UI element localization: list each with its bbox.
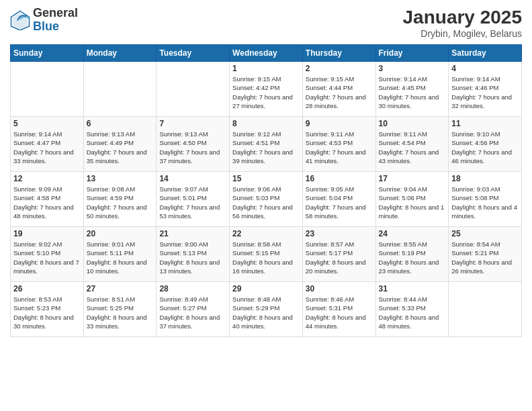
weekday-header-sunday: Sunday bbox=[11, 45, 84, 62]
logo-general-text: General bbox=[33, 6, 78, 19]
logo-blue-text: Blue bbox=[33, 19, 59, 33]
calendar-cell: 27Sunrise: 8:51 AM Sunset: 5:25 PM Dayli… bbox=[83, 282, 157, 337]
day-info: Sunrise: 8:57 AM Sunset: 5:17 PM Dayligh… bbox=[306, 240, 373, 275]
day-number: 2 bbox=[306, 64, 373, 73]
logo-text-block: General Blue bbox=[33, 7, 78, 34]
day-info: Sunrise: 8:49 AM Sunset: 5:27 PM Dayligh… bbox=[159, 295, 226, 330]
calendar-cell: 13Sunrise: 9:08 AM Sunset: 4:59 PM Dayli… bbox=[83, 172, 157, 227]
day-info: Sunrise: 9:03 AM Sunset: 5:08 PM Dayligh… bbox=[451, 185, 519, 220]
calendar-cell: 9Sunrise: 9:11 AM Sunset: 4:53 PM Daylig… bbox=[302, 117, 375, 172]
day-number: 5 bbox=[13, 119, 81, 128]
calendar-cell bbox=[83, 62, 157, 117]
title-block: January 2025 Drybin, Mogilev, Belarus bbox=[403, 7, 522, 39]
day-info: Sunrise: 8:55 AM Sunset: 5:19 PM Dayligh… bbox=[379, 240, 446, 275]
weekday-header-saturday: Saturday bbox=[449, 45, 522, 62]
page-container: General Blue January 2025 Drybin, Mogile… bbox=[0, 0, 532, 411]
calendar-week-5: 26Sunrise: 8:53 AM Sunset: 5:23 PM Dayli… bbox=[11, 282, 522, 337]
day-number: 7 bbox=[159, 119, 226, 128]
day-number: 12 bbox=[13, 174, 81, 183]
day-info: Sunrise: 9:10 AM Sunset: 4:56 PM Dayligh… bbox=[451, 130, 519, 165]
day-info: Sunrise: 9:14 AM Sunset: 4:45 PM Dayligh… bbox=[379, 75, 446, 110]
day-number: 17 bbox=[379, 174, 446, 183]
calendar-cell: 30Sunrise: 8:46 AM Sunset: 5:31 PM Dayli… bbox=[302, 282, 375, 337]
header: General Blue January 2025 Drybin, Mogile… bbox=[10, 7, 522, 39]
day-info: Sunrise: 9:04 AM Sunset: 5:06 PM Dayligh… bbox=[379, 185, 446, 220]
day-number: 1 bbox=[232, 64, 300, 73]
calendar-cell: 28Sunrise: 8:49 AM Sunset: 5:27 PM Dayli… bbox=[157, 282, 230, 337]
day-info: Sunrise: 9:14 AM Sunset: 4:46 PM Dayligh… bbox=[451, 75, 519, 110]
day-number: 27 bbox=[87, 284, 154, 293]
calendar-cell: 15Sunrise: 9:06 AM Sunset: 5:03 PM Dayli… bbox=[230, 172, 303, 227]
calendar-cell: 26Sunrise: 8:53 AM Sunset: 5:23 PM Dayli… bbox=[11, 282, 84, 337]
calendar-week-2: 5Sunrise: 9:14 AM Sunset: 4:47 PM Daylig… bbox=[11, 117, 522, 172]
day-info: Sunrise: 9:14 AM Sunset: 4:47 PM Dayligh… bbox=[13, 130, 81, 165]
day-info: Sunrise: 9:13 AM Sunset: 4:49 PM Dayligh… bbox=[87, 130, 154, 165]
day-number: 8 bbox=[232, 119, 300, 128]
day-info: Sunrise: 8:53 AM Sunset: 5:23 PM Dayligh… bbox=[13, 295, 81, 330]
weekday-header-monday: Monday bbox=[83, 45, 157, 62]
day-info: Sunrise: 9:01 AM Sunset: 5:11 PM Dayligh… bbox=[87, 240, 154, 275]
day-info: Sunrise: 8:44 AM Sunset: 5:33 PM Dayligh… bbox=[379, 295, 446, 330]
day-number: 23 bbox=[306, 229, 373, 238]
calendar-cell: 16Sunrise: 9:05 AM Sunset: 5:04 PM Dayli… bbox=[302, 172, 375, 227]
calendar-cell: 14Sunrise: 9:07 AM Sunset: 5:01 PM Dayli… bbox=[157, 172, 230, 227]
weekday-header-wednesday: Wednesday bbox=[230, 45, 303, 62]
calendar-cell: 29Sunrise: 8:48 AM Sunset: 5:29 PM Dayli… bbox=[230, 282, 303, 337]
calendar-table: SundayMondayTuesdayWednesdayThursdayFrid… bbox=[10, 44, 522, 337]
day-info: Sunrise: 8:48 AM Sunset: 5:29 PM Dayligh… bbox=[232, 295, 300, 330]
day-number: 15 bbox=[232, 174, 300, 183]
calendar-cell: 2Sunrise: 9:15 AM Sunset: 4:44 PM Daylig… bbox=[302, 62, 375, 117]
calendar-cell: 12Sunrise: 9:09 AM Sunset: 4:58 PM Dayli… bbox=[11, 172, 84, 227]
calendar-cell: 8Sunrise: 9:12 AM Sunset: 4:51 PM Daylig… bbox=[230, 117, 303, 172]
weekday-header-tuesday: Tuesday bbox=[157, 45, 230, 62]
day-number: 3 bbox=[379, 64, 446, 73]
subtitle: Drybin, Mogilev, Belarus bbox=[403, 28, 522, 39]
calendar-cell: 5Sunrise: 9:14 AM Sunset: 4:47 PM Daylig… bbox=[11, 117, 84, 172]
calendar-cell: 24Sunrise: 8:55 AM Sunset: 5:19 PM Dayli… bbox=[375, 227, 449, 282]
day-number: 30 bbox=[306, 284, 373, 293]
calendar-cell: 31Sunrise: 8:44 AM Sunset: 5:33 PM Dayli… bbox=[375, 282, 449, 337]
day-info: Sunrise: 9:13 AM Sunset: 4:50 PM Dayligh… bbox=[159, 130, 226, 165]
day-number: 24 bbox=[379, 229, 446, 238]
day-number: 31 bbox=[379, 284, 446, 293]
calendar-cell: 17Sunrise: 9:04 AM Sunset: 5:06 PM Dayli… bbox=[375, 172, 449, 227]
day-info: Sunrise: 9:08 AM Sunset: 4:59 PM Dayligh… bbox=[87, 185, 154, 220]
day-number: 11 bbox=[451, 119, 519, 128]
calendar-cell: 10Sunrise: 9:11 AM Sunset: 4:54 PM Dayli… bbox=[375, 117, 449, 172]
day-info: Sunrise: 9:02 AM Sunset: 5:10 PM Dayligh… bbox=[13, 240, 81, 275]
main-title: January 2025 bbox=[403, 7, 522, 28]
calendar-cell bbox=[157, 62, 230, 117]
day-info: Sunrise: 9:15 AM Sunset: 4:42 PM Dayligh… bbox=[232, 75, 300, 110]
day-info: Sunrise: 9:07 AM Sunset: 5:01 PM Dayligh… bbox=[159, 185, 226, 220]
day-number: 21 bbox=[159, 229, 226, 238]
calendar-cell: 6Sunrise: 9:13 AM Sunset: 4:49 PM Daylig… bbox=[83, 117, 157, 172]
day-number: 9 bbox=[306, 119, 373, 128]
day-number: 16 bbox=[306, 174, 373, 183]
day-number: 10 bbox=[379, 119, 446, 128]
day-info: Sunrise: 9:05 AM Sunset: 5:04 PM Dayligh… bbox=[306, 185, 373, 220]
day-info: Sunrise: 9:09 AM Sunset: 4:58 PM Dayligh… bbox=[13, 185, 81, 220]
day-number: 25 bbox=[451, 229, 519, 238]
day-number: 29 bbox=[232, 284, 300, 293]
calendar-week-4: 19Sunrise: 9:02 AM Sunset: 5:10 PM Dayli… bbox=[11, 227, 522, 282]
weekday-header-thursday: Thursday bbox=[302, 45, 375, 62]
day-number: 14 bbox=[159, 174, 226, 183]
day-info: Sunrise: 8:46 AM Sunset: 5:31 PM Dayligh… bbox=[306, 295, 373, 330]
day-info: Sunrise: 9:06 AM Sunset: 5:03 PM Dayligh… bbox=[232, 185, 300, 220]
day-number: 19 bbox=[13, 229, 81, 238]
calendar-week-3: 12Sunrise: 9:09 AM Sunset: 4:58 PM Dayli… bbox=[11, 172, 522, 227]
weekday-header-friday: Friday bbox=[375, 45, 449, 62]
day-number: 28 bbox=[159, 284, 226, 293]
day-info: Sunrise: 8:58 AM Sunset: 5:15 PM Dayligh… bbox=[232, 240, 300, 275]
calendar-cell: 21Sunrise: 9:00 AM Sunset: 5:13 PM Dayli… bbox=[157, 227, 230, 282]
day-info: Sunrise: 9:00 AM Sunset: 5:13 PM Dayligh… bbox=[159, 240, 226, 275]
day-info: Sunrise: 8:51 AM Sunset: 5:25 PM Dayligh… bbox=[87, 295, 154, 330]
day-number: 18 bbox=[451, 174, 519, 183]
day-info: Sunrise: 8:54 AM Sunset: 5:21 PM Dayligh… bbox=[451, 240, 519, 275]
calendar-cell: 4Sunrise: 9:14 AM Sunset: 4:46 PM Daylig… bbox=[449, 62, 522, 117]
calendar-cell: 19Sunrise: 9:02 AM Sunset: 5:10 PM Dayli… bbox=[11, 227, 84, 282]
day-number: 22 bbox=[232, 229, 300, 238]
day-info: Sunrise: 9:11 AM Sunset: 4:54 PM Dayligh… bbox=[379, 130, 446, 165]
logo: General Blue bbox=[10, 7, 78, 34]
calendar-cell: 18Sunrise: 9:03 AM Sunset: 5:08 PM Dayli… bbox=[449, 172, 522, 227]
